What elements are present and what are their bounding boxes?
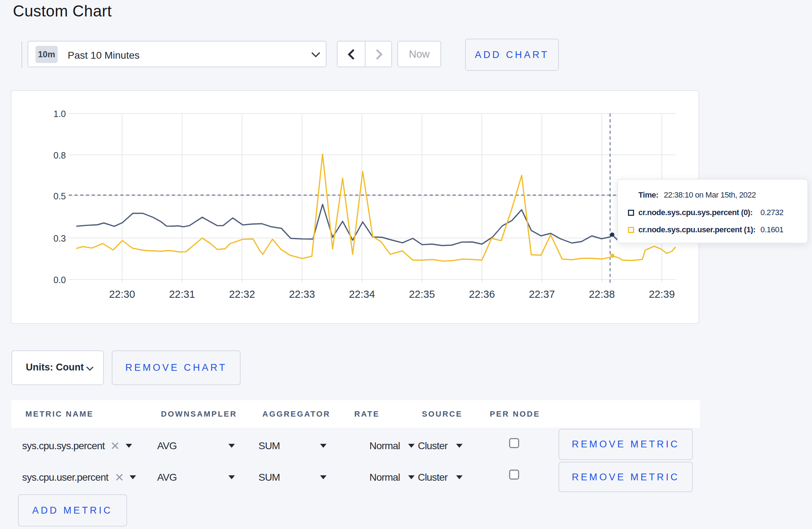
svg-text:22:37: 22:37 — [529, 288, 555, 300]
svg-text:0.8: 0.8 — [53, 150, 66, 160]
svg-text:22:34: 22:34 — [349, 288, 375, 300]
svg-text:0.0: 0.0 — [53, 275, 66, 285]
svg-text:22:38: 22:38 — [589, 288, 615, 300]
svg-text:22:33: 22:33 — [289, 288, 315, 300]
svg-text:22:32: 22:32 — [229, 288, 255, 300]
svg-text:22:30: 22:30 — [109, 288, 135, 300]
svg-text:22:31: 22:31 — [169, 288, 195, 300]
svg-text:0.5: 0.5 — [53, 191, 66, 201]
svg-text:22:39: 22:39 — [649, 288, 675, 300]
svg-text:0.3: 0.3 — [53, 233, 66, 243]
svg-text:22:36: 22:36 — [469, 288, 495, 300]
svg-text:1.0: 1.0 — [53, 109, 66, 119]
svg-text:22:35: 22:35 — [409, 288, 435, 300]
